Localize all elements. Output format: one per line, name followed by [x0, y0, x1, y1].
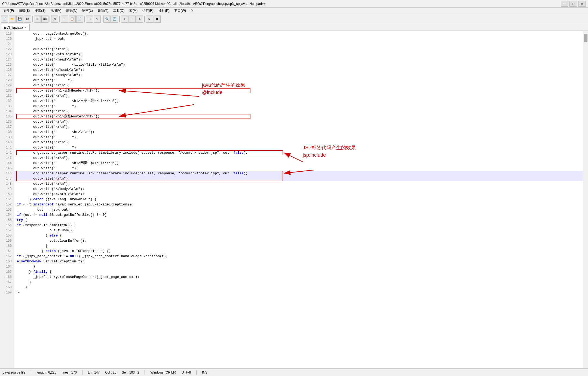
code-line-139: out.write(" ");: [14, 135, 588, 140]
annotation-jsp: JSP标签代码产生的效果jsp:include: [303, 144, 356, 159]
tab-label: jsp3_jsp.java: [4, 26, 23, 29]
menu-encoding[interactable]: 编码(N): [64, 8, 79, 14]
sync-scroll-btn[interactable]: ⇅: [136, 16, 143, 23]
scroll-thumb[interactable]: [584, 34, 587, 42]
menu-help[interactable]: ?: [189, 8, 195, 13]
zoom-out-btn[interactable]: -: [128, 16, 136, 23]
find-btn[interactable]: 🔍: [103, 16, 111, 23]
code-line-138: out.write(" <hr>\r\n");: [14, 129, 588, 135]
menu-macro[interactable]: 宏(M): [127, 8, 140, 14]
line-number-119: 119: [0, 31, 14, 36]
code-line-153: out = _jspx_out;: [14, 207, 588, 212]
line-number-132: 132: [0, 98, 14, 104]
copy-btn[interactable]: 📋: [69, 16, 76, 23]
code-line-154: if (out != null && out.getBufferSize() !…: [14, 212, 588, 217]
line-number-145: 145: [0, 166, 14, 171]
code-line-125: out.write(" <title>Title</title>\r\n");: [14, 62, 588, 67]
code-line-152: if (!(t instanceof javax.servlet.jsp.Ski…: [14, 202, 588, 207]
code-line-147: out.write("\r\n");: [14, 176, 588, 181]
record-btn[interactable]: ⏺: [154, 16, 161, 23]
toolbar-sep5: [102, 16, 102, 22]
status-sep1: [31, 370, 31, 375]
code-line-136: out.write("\r\n");: [14, 119, 588, 124]
code-line-161: } catch (java.io.IOException e) {}: [14, 248, 588, 254]
status-sep4: [196, 370, 197, 375]
line-number-164: 164: [0, 264, 14, 269]
toolbar-sep1: [32, 16, 33, 22]
line-number-163: 163: [0, 259, 14, 264]
toolbar-sep6: [119, 16, 120, 22]
line-number-143: 143: [0, 155, 14, 160]
close-button[interactable]: ✕: [578, 1, 586, 7]
line-number-147: 147: [0, 176, 14, 181]
menu-settings[interactable]: 设置(T): [96, 8, 111, 14]
code-line-158: } else {: [14, 233, 588, 238]
undo-btn[interactable]: ↩: [86, 16, 93, 23]
line-number-151: 151: [0, 197, 14, 202]
line-number-165: 165: [0, 269, 14, 274]
code-line-120: _jspx_out = out;: [14, 36, 588, 41]
line-number-162: 162: [0, 254, 14, 259]
menu-search[interactable]: 搜索(S): [32, 8, 48, 14]
replace-btn[interactable]: 🔄: [111, 16, 118, 23]
line-number-152: 152: [0, 202, 14, 207]
redo-btn[interactable]: ↪: [94, 16, 101, 23]
code-area[interactable]: out = pageContext.getOut(); _jspx_out = …: [14, 31, 588, 368]
paste-btn[interactable]: 📄: [76, 16, 83, 23]
code-line-148: out.write("\r\n");: [14, 181, 588, 186]
menu-tools[interactable]: 工具(O): [111, 8, 127, 14]
tab-jsp3[interactable]: jsp3_jsp.java ✕: [1, 24, 30, 31]
menu-edit[interactable]: 编辑(E): [17, 8, 32, 14]
scroll-bar[interactable]: [583, 31, 588, 368]
save-all-btn[interactable]: 🗂: [24, 16, 31, 23]
menu-plugins[interactable]: 插件(P): [156, 8, 171, 14]
zoom-in-btn[interactable]: +: [121, 16, 128, 23]
close-btn[interactable]: ✕: [34, 16, 41, 23]
tab-close-icon[interactable]: ✕: [24, 26, 27, 29]
line-numbers: 1191201211221231241251261271281291301311…: [0, 31, 14, 368]
toolbar-sep3: [59, 16, 60, 22]
toolbar-sep2: [50, 16, 50, 22]
lines-status: lines : 170: [62, 371, 77, 374]
length-status: length : 6,220: [36, 371, 56, 374]
code-line-160: }: [14, 243, 588, 248]
code-line-126: out.write("</head>\r\n");: [14, 67, 588, 72]
annotation-java: java代码产生的效果@include: [202, 81, 245, 96]
new-file-btn[interactable]: 📄: [1, 16, 8, 23]
print-btn[interactable]: 🖨: [51, 16, 58, 23]
menu-view[interactable]: 视图(V): [48, 8, 63, 14]
line-number-136: 136: [0, 119, 14, 124]
line-number-140: 140: [0, 140, 14, 145]
code-line-137: out.write("\r\n");: [14, 124, 588, 129]
line-number-155: 155: [0, 217, 14, 223]
line-number-122: 122: [0, 47, 14, 52]
line-number-142: 142: [0, 150, 14, 155]
menu-file[interactable]: 文件(F): [1, 8, 16, 14]
cut-btn[interactable]: ✂: [61, 16, 68, 23]
menu-language[interactable]: 语言(L): [80, 8, 95, 14]
window-controls: — □ ✕: [561, 1, 586, 7]
code-line-157: out.flush();: [14, 228, 588, 233]
code-line-163: else throw new ServletException(t);: [14, 259, 588, 264]
close-all-btn[interactable]: ✕✕: [41, 16, 48, 23]
code-line-159: out.clearBuffer();: [14, 238, 588, 243]
status-bar: Java source file length : 6,220 lines : …: [0, 368, 588, 376]
open-file-btn[interactable]: 📂: [9, 16, 16, 23]
charset-status: UTF-8: [182, 371, 191, 374]
code-line-130: out.write("<h1>我是Header</h1>");: [14, 88, 588, 93]
code-line-131: out.write("\r\n");: [14, 93, 588, 98]
code-line-151: } catch (java.lang.Throwable t) {: [14, 197, 588, 202]
ins-status: INS: [202, 371, 207, 374]
tab-bar: jsp3_jsp.java ✕: [0, 24, 588, 31]
line-number-159: 159: [0, 238, 14, 243]
maximize-button[interactable]: □: [569, 1, 577, 7]
run-btn[interactable]: ▶: [146, 16, 153, 23]
menu-run[interactable]: 运行(R): [140, 8, 156, 14]
line-number-166: 166: [0, 274, 14, 280]
toolbar: 📄 📂 💾 🗂 ✕ ✕✕ 🖨 ✂ 📋 📄 ↩ ↪ 🔍 🔄 + - ⇅ ▶ ⏺: [0, 14, 588, 24]
save-btn[interactable]: 💾: [16, 16, 23, 23]
code-line-140: out.write("\r\n");: [14, 140, 588, 145]
line-number-134: 134: [0, 109, 14, 114]
menu-window[interactable]: 窗口(W): [172, 8, 188, 14]
minimize-button[interactable]: —: [561, 1, 568, 7]
